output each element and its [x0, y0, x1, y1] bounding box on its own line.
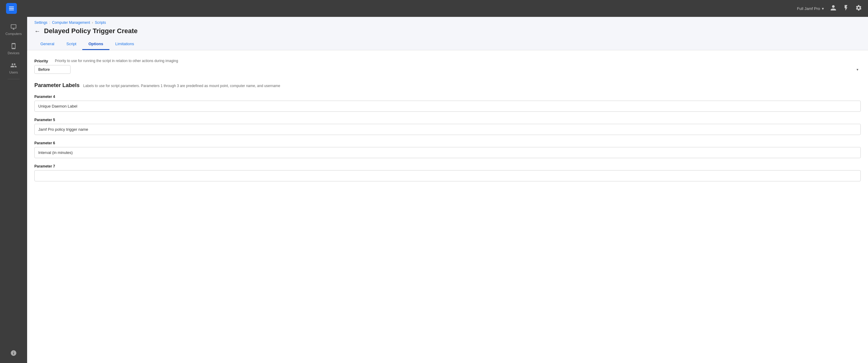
priority-select-wrapper: Before After At Reboot ▾	[34, 65, 861, 74]
breadcrumb: Settings : Computer Management › Scripts	[34, 21, 861, 25]
param-group-7: Parameter 7	[34, 164, 861, 182]
sidebar-divider	[7, 79, 20, 79]
tab-limitations[interactable]: Limitations	[110, 39, 140, 50]
section-desc: Labels to use for script parameters. Par…	[83, 84, 280, 88]
parameter-labels-header: Parameter Labels Labels to use for scrip…	[34, 82, 861, 89]
param-group-6: Parameter 6	[34, 141, 861, 158]
sidebar-label-users: Users	[9, 70, 18, 74]
priority-row: Priority Priority to use for running the…	[34, 59, 861, 63]
back-button[interactable]: ←	[34, 28, 40, 34]
breadcrumb-computer-management[interactable]: Computer Management	[52, 21, 90, 25]
account-menu[interactable]: Full Jamf Pro ▾	[797, 6, 824, 11]
content-area: Settings : Computer Management › Scripts…	[27, 17, 868, 363]
settings-icon[interactable]	[855, 4, 862, 13]
sidebar-item-users[interactable]: Users	[0, 59, 27, 78]
param-group-4: Parameter 4	[34, 95, 861, 112]
breadcrumb-sep-1: :	[49, 21, 50, 25]
sidebar-label-devices: Devices	[7, 51, 19, 55]
page-header: Settings : Computer Management › Scripts…	[27, 17, 868, 50]
sidebar-label-computers: Computers	[5, 32, 22, 36]
breadcrumb-settings[interactable]: Settings	[34, 21, 47, 25]
tabs: General Script Options Limitations	[34, 39, 861, 50]
account-dropdown-icon: ▾	[822, 6, 824, 11]
param-6-label: Parameter 6	[34, 141, 861, 145]
priority-description: Priority to use for running the script i…	[55, 59, 861, 63]
section-title: Parameter Labels	[34, 82, 80, 89]
flash-icon[interactable]	[843, 4, 849, 13]
param-group-5: Parameter 5	[34, 118, 861, 135]
sidebar: Computers Devices Users	[0, 17, 27, 363]
sidebar-item-computers[interactable]: Computers	[0, 20, 27, 39]
tab-script[interactable]: Script	[60, 39, 82, 50]
sidebar-info-icon[interactable]	[8, 346, 19, 360]
priority-select[interactable]: Before After At Reboot	[34, 65, 70, 74]
page-title: Delayed Policy Trigger Create	[44, 27, 138, 35]
tab-general[interactable]: General	[34, 39, 60, 50]
param-7-label: Parameter 7	[34, 164, 861, 168]
param-4-label: Parameter 4	[34, 95, 861, 99]
param-5-input[interactable]	[34, 124, 861, 135]
user-icon[interactable]	[830, 4, 837, 13]
topbar-right: Full Jamf Pro ▾	[797, 4, 862, 13]
param-5-label: Parameter 5	[34, 118, 861, 122]
breadcrumb-scripts[interactable]: Scripts	[95, 21, 106, 25]
priority-select-arrow: ▾	[857, 67, 858, 72]
breadcrumb-sep-2: ›	[92, 21, 93, 25]
main-layout: Computers Devices Users Settings :	[0, 17, 868, 363]
param-6-input[interactable]	[34, 147, 861, 158]
form-content: Priority Priority to use for running the…	[27, 50, 868, 363]
sidebar-item-devices[interactable]: Devices	[0, 39, 27, 59]
tab-options[interactable]: Options	[82, 39, 109, 50]
account-label: Full Jamf Pro	[797, 6, 820, 11]
param-7-input[interactable]	[34, 170, 861, 182]
topbar: Full Jamf Pro ▾	[0, 0, 868, 17]
page-title-row: ← Delayed Policy Trigger Create	[34, 27, 861, 35]
param-4-input[interactable]	[34, 101, 861, 112]
priority-label: Priority	[34, 59, 53, 63]
logo	[6, 3, 17, 14]
